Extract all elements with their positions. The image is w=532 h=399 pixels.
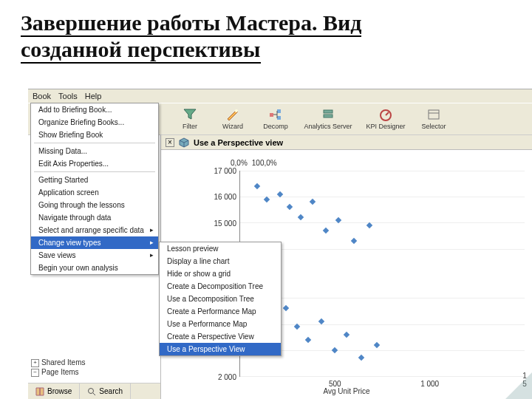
menu-item[interactable]: Begin your own analysis: [31, 262, 158, 274]
slide-title: Завершение работы Мастера. Вид созданной…: [0, 0, 532, 68]
svg-rect-2: [277, 109, 281, 113]
submenu-item[interactable]: Display a line chart: [160, 255, 281, 267]
submenu-item[interactable]: Create a Perspective View: [160, 330, 281, 343]
data-point: [358, 355, 364, 361]
menu-book[interactable]: Book: [33, 92, 51, 100]
submenu-item[interactable]: Hide or show a grid: [160, 267, 281, 280]
change-view-types-submenu: Lesson previewDisplay a line chartHide o…: [159, 242, 282, 356]
kpi-designer-button[interactable]: KPI Designer: [361, 106, 411, 132]
menu-item[interactable]: Missing Data...: [31, 145, 158, 157]
submenu-item[interactable]: Lesson preview: [160, 242, 281, 255]
close-icon[interactable]: ×: [166, 138, 174, 147]
cube-icon: [179, 137, 189, 148]
search-icon: [87, 387, 96, 396]
tree-node[interactable]: Page Items: [31, 367, 85, 377]
submenu-item[interactable]: Use a Perspective View: [160, 343, 281, 355]
kpi-icon: [378, 108, 393, 121]
filter-icon: [183, 108, 197, 121]
svg-rect-5: [324, 115, 332, 117]
menu-help[interactable]: Help: [85, 92, 102, 100]
menu-item[interactable]: Select and arrange specific data: [31, 224, 158, 236]
tab-browse[interactable]: Browse: [28, 383, 80, 399]
svg-rect-3: [277, 116, 281, 120]
wizard-button[interactable]: Wizard: [213, 106, 253, 132]
menu-item[interactable]: Edit Axis Properties...: [31, 157, 158, 170]
data-point: [322, 228, 328, 233]
menu-item[interactable]: Change view types: [31, 236, 158, 249]
y-tick: 16 000: [214, 193, 236, 201]
selector-button[interactable]: Selector: [414, 106, 454, 132]
submenu-item[interactable]: Use a Decomposition Tree: [160, 293, 281, 305]
data-point: [298, 214, 304, 220]
menu-item[interactable]: Save views: [31, 249, 158, 262]
menu-item[interactable]: Getting Started: [31, 174, 158, 186]
filter-button[interactable]: Filter: [170, 106, 210, 132]
menubar: Book Tools Help: [28, 89, 532, 103]
tools-menu: Add to Briefing Book...Organize Briefing…: [30, 103, 159, 275]
wizard-icon: [225, 108, 240, 121]
menu-item[interactable]: Application screen: [31, 186, 158, 199]
menu-item[interactable]: Navigate through data: [31, 211, 158, 224]
x-axis-label: Avg Unit Price: [161, 387, 532, 399]
menu-item[interactable]: Add to Briefing Book...: [31, 103, 158, 116]
tab-search[interactable]: Search: [80, 383, 131, 399]
svg-rect-1: [270, 113, 273, 117]
svg-rect-4: [324, 110, 332, 113]
tree-node[interactable]: Shared Items: [31, 358, 85, 367]
data-point: [332, 347, 338, 353]
page-corner-icon: [505, 372, 532, 399]
menu-item[interactable]: Show Briefing Book: [31, 129, 158, 141]
svg-rect-7: [429, 110, 439, 119]
data-point: [343, 331, 349, 337]
left-tabs: Browse Search: [28, 383, 160, 399]
y-tick: 15 000: [214, 219, 236, 227]
view-header: × Use a Perspective view: [161, 135, 532, 150]
axis-note: 0,0%100,0%: [231, 159, 277, 167]
svg-point-0: [235, 109, 238, 112]
decomp-button[interactable]: Decomp: [256, 106, 296, 132]
submenu-item[interactable]: Create a Performance Map: [160, 305, 281, 318]
data-point: [282, 305, 288, 311]
menu-item[interactable]: Going through the lessons: [31, 199, 158, 211]
data-point: [374, 342, 380, 348]
svg-point-8: [89, 388, 94, 393]
server-icon: [321, 108, 335, 121]
data-point: [254, 183, 260, 189]
y-tick: 2 000: [218, 373, 236, 381]
y-tick: 17 000: [214, 167, 236, 175]
nav-tree: Shared ItemsPage Items: [31, 358, 85, 377]
book-icon: [35, 387, 44, 396]
data-point: [351, 238, 357, 244]
submenu-item[interactable]: Use a Performance Map: [160, 318, 281, 330]
selector-icon: [426, 108, 441, 121]
data-point: [309, 199, 315, 205]
submenu-item[interactable]: Create a Decomposition Tree: [160, 280, 281, 293]
menu-item[interactable]: Organize Briefing Books...: [31, 116, 158, 129]
view-title: Use a Perspective view: [194, 138, 283, 147]
data-point: [286, 204, 292, 210]
decomp-icon: [268, 108, 283, 121]
data-point: [305, 336, 311, 342]
menu-tools[interactable]: Tools: [58, 92, 78, 100]
app-window: Book Tools Help Filter Wizard Decomp Ana…: [28, 89, 532, 399]
analytics-server-button[interactable]: Analytics Server: [299, 106, 358, 132]
